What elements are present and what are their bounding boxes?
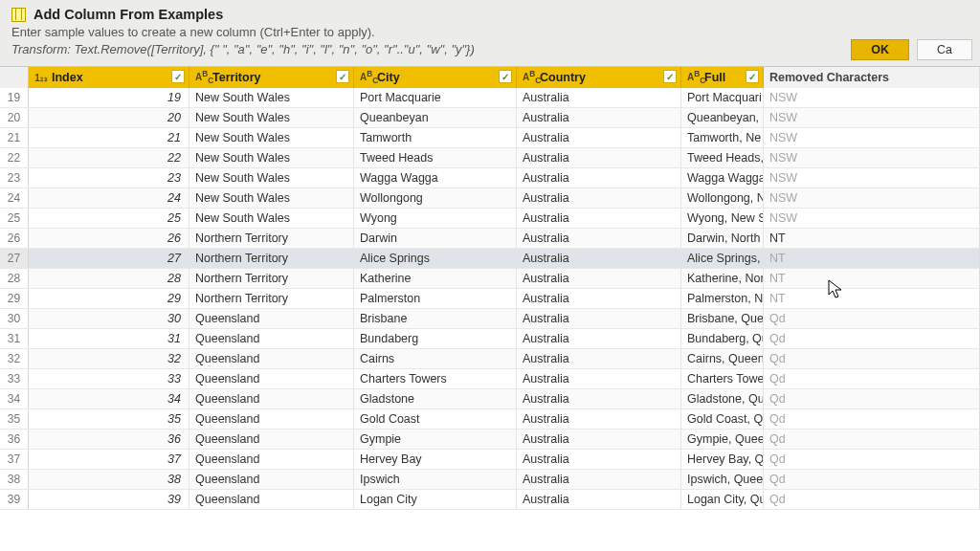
cell-territory[interactable]: New South Wales [189, 168, 354, 187]
cell-territory[interactable]: Northern Territory [189, 269, 354, 288]
cell-city[interactable]: Brisbane [354, 309, 517, 328]
cell-country[interactable]: Australia [517, 349, 681, 368]
cell-territory[interactable]: New South Wales [189, 108, 354, 127]
cell-full[interactable]: Charters Towe [681, 369, 764, 388]
cell-full[interactable]: Gladstone, Qu [681, 389, 764, 408]
table-row[interactable]: 2929Northern TerritoryPalmerstonAustrali… [0, 289, 980, 309]
cell-territory[interactable]: Queensland [189, 349, 354, 368]
cell-country[interactable]: Australia [517, 470, 681, 489]
cell-index[interactable]: 29 [29, 289, 189, 308]
cell-country[interactable]: Australia [517, 450, 681, 469]
row-number[interactable]: 28 [0, 269, 29, 288]
cell-index[interactable]: 35 [29, 409, 189, 429]
cell-territory[interactable]: Queensland [189, 309, 354, 328]
cell-example-input[interactable]: Qd [764, 490, 980, 509]
cell-city[interactable]: Gladstone [354, 389, 517, 408]
cell-example-input[interactable]: NSW [764, 148, 980, 167]
row-number[interactable]: 38 [0, 470, 29, 489]
table-row[interactable]: 2222New South WalesTweed HeadsAustraliaT… [0, 148, 980, 168]
cell-index[interactable]: 32 [29, 349, 189, 368]
row-gutter-header[interactable] [0, 67, 29, 88]
row-number[interactable]: 34 [0, 389, 29, 408]
cell-full[interactable]: Katherine, Nor [681, 269, 764, 288]
cell-full[interactable]: Cairns, Queens [681, 349, 764, 368]
cell-territory[interactable]: New South Wales [189, 188, 354, 208]
cell-city[interactable]: Alice Springs [354, 249, 517, 268]
table-row[interactable]: 2020New South WalesQueanbeyanAustraliaQu… [0, 108, 980, 128]
cell-index[interactable]: 20 [29, 108, 189, 127]
cell-country[interactable]: Australia [517, 88, 681, 107]
cell-country[interactable]: Australia [517, 128, 681, 147]
column-header-city[interactable]: ABC City [354, 67, 517, 88]
cancel-button[interactable]: Ca [917, 39, 972, 60]
cell-country[interactable]: Australia [517, 409, 681, 429]
cell-full[interactable]: Gold Coast, Qu [681, 409, 764, 429]
cell-territory[interactable]: New South Wales [189, 128, 354, 147]
cell-city[interactable]: Palmerston [354, 289, 517, 308]
cell-index[interactable]: 26 [29, 229, 189, 248]
table-row[interactable]: 2828Northern TerritoryKatherineAustralia… [0, 269, 980, 289]
row-number[interactable]: 23 [0, 168, 29, 187]
cell-city[interactable]: Port Macquarie [354, 88, 517, 107]
table-row[interactable]: 2424New South WalesWollongongAustraliaWo… [0, 188, 980, 209]
cell-example-input[interactable]: Qd [764, 369, 980, 388]
cell-country[interactable]: Australia [517, 289, 681, 308]
row-number[interactable]: 25 [0, 209, 29, 228]
cell-country[interactable]: Australia [517, 269, 681, 288]
table-row[interactable]: 3838QueenslandIpswichAustraliaIpswich, Q… [0, 470, 980, 490]
cell-city[interactable]: Bundaberg [354, 329, 517, 348]
cell-example-input[interactable]: NT [764, 269, 980, 288]
cell-example-input[interactable]: NSW [764, 128, 980, 147]
cell-index[interactable]: 39 [29, 490, 189, 509]
cell-example-input[interactable]: Qd [764, 470, 980, 489]
row-number[interactable]: 35 [0, 409, 29, 429]
cell-city[interactable]: Wagga Wagga [354, 168, 517, 187]
cell-country[interactable]: Australia [517, 369, 681, 388]
cell-city[interactable]: Logan City [354, 490, 517, 509]
column-header-country[interactable]: ABC Country [517, 67, 681, 88]
cell-full[interactable]: Alice Springs, N [681, 249, 764, 268]
cell-index[interactable]: 36 [29, 430, 189, 449]
row-number[interactable]: 20 [0, 108, 29, 127]
column-header-index[interactable]: 1₂₃ Index [29, 67, 189, 88]
ok-button[interactable]: OK [851, 39, 909, 60]
cell-index[interactable]: 31 [29, 329, 189, 348]
row-number[interactable]: 29 [0, 289, 29, 308]
cell-country[interactable]: Australia [517, 168, 681, 187]
table-row[interactable]: 2727Northern TerritoryAlice SpringsAustr… [0, 249, 980, 269]
cell-example-input[interactable]: Qd [764, 430, 980, 449]
cell-city[interactable]: Tweed Heads [354, 148, 517, 167]
cell-full[interactable]: Tamworth, Ne [681, 128, 764, 147]
cell-example-input[interactable]: NT [764, 289, 980, 308]
cell-example-input[interactable]: Qd [764, 349, 980, 368]
cell-index[interactable]: 28 [29, 269, 189, 288]
table-row[interactable]: 3434QueenslandGladstoneAustraliaGladston… [0, 389, 980, 409]
cell-territory[interactable]: Queensland [189, 389, 354, 408]
cell-territory[interactable]: Queensland [189, 450, 354, 469]
cell-full[interactable]: Port Macquari [681, 88, 764, 107]
cell-territory[interactable]: Northern Territory [189, 229, 354, 248]
table-row[interactable]: 2323New South WalesWagga WaggaAustraliaW… [0, 168, 980, 188]
cell-city[interactable]: Wollongong [354, 188, 517, 208]
cell-example-input[interactable]: Qd [764, 409, 980, 429]
cell-country[interactable]: Australia [517, 249, 681, 268]
cell-city[interactable]: Ipswich [354, 470, 517, 489]
cell-full[interactable]: Hervey Bay, Qu [681, 450, 764, 469]
cell-country[interactable]: Australia [517, 309, 681, 328]
cell-territory[interactable]: Northern Territory [189, 249, 354, 268]
cell-territory[interactable]: New South Wales [189, 209, 354, 228]
cell-index[interactable]: 19 [29, 88, 189, 107]
row-number[interactable]: 37 [0, 450, 29, 469]
cell-city[interactable]: Gympie [354, 430, 517, 449]
cell-country[interactable]: Australia [517, 188, 681, 208]
cell-territory[interactable]: Northern Territory [189, 289, 354, 308]
table-row[interactable]: 2121New South WalesTamworthAustraliaTamw… [0, 128, 980, 148]
column-visible-checkbox[interactable] [499, 70, 512, 83]
cell-country[interactable]: Australia [517, 430, 681, 449]
table-row[interactable]: 2626Northern TerritoryDarwinAustraliaDar… [0, 229, 980, 249]
column-header-full[interactable]: ABC Full [681, 67, 764, 88]
row-number[interactable]: 21 [0, 128, 29, 147]
cell-full[interactable]: Gympie, Quee [681, 430, 764, 449]
cell-full[interactable]: Wollongong, N [681, 188, 764, 208]
cell-example-input[interactable]: Qd [764, 329, 980, 348]
